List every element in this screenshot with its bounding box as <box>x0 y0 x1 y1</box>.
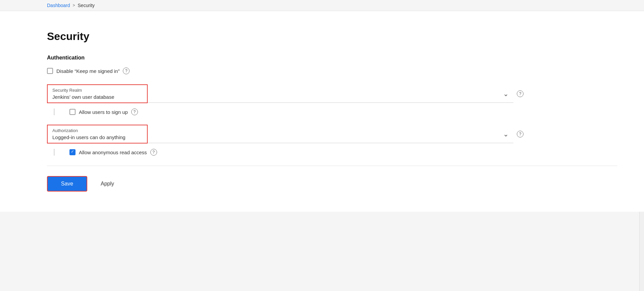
authorization-highlight-box: Authorization Logged-in users can do any… <box>47 125 148 143</box>
section-divider <box>47 166 617 166</box>
breadcrumb-separator: > <box>73 3 75 8</box>
security-realm-highlight-box: Security Realm Jenkins’ own user databas… <box>47 84 148 103</box>
authorization-help-icon[interactable]: ? <box>517 131 524 137</box>
authorization-chevron-icon: ⌄ <box>503 130 509 138</box>
security-realm-label-text: Security Realm <box>52 88 142 93</box>
authorization-value-text: Logged-in users can do anything <box>52 134 142 140</box>
save-button[interactable]: Save <box>47 176 87 192</box>
breadcrumb: Dashboard > Security <box>0 0 644 11</box>
security-realm-help-icon[interactable]: ? <box>517 90 524 97</box>
authorization-dropdown[interactable]: ⌄ <box>148 125 513 143</box>
page-title: Security <box>47 30 617 43</box>
allow-signup-label: Allow users to sign up <box>79 109 128 115</box>
security-realm-value-text: Jenkins’ own user database <box>52 94 142 100</box>
security-realm-chevron-icon: ⌄ <box>503 90 509 98</box>
allow-anonymous-label: Allow anonymous read access <box>79 150 147 155</box>
main-content: Security Authentication Disable “Keep me… <box>0 0 644 212</box>
allow-anonymous-help-icon[interactable]: ? <box>150 149 157 156</box>
breadcrumb-current: Security <box>78 3 95 8</box>
allow-anonymous-checkbox[interactable] <box>69 149 76 155</box>
allow-signup-row: Allow users to sign up ? <box>54 109 617 115</box>
authorization-label-text: Authorization <box>52 128 142 133</box>
allow-signup-help-icon[interactable]: ? <box>131 109 138 115</box>
breadcrumb-dashboard-link[interactable]: Dashboard <box>47 3 70 8</box>
button-row: Save Apply <box>47 176 617 192</box>
allow-signup-checkbox[interactable] <box>69 109 76 115</box>
security-realm-dropdown[interactable]: ⌄ <box>148 85 513 103</box>
security-realm-section: Security Realm Jenkins’ own user databas… <box>47 84 617 103</box>
apply-button[interactable]: Apply <box>94 177 121 191</box>
security-realm-help: ? <box>517 90 524 97</box>
disable-keep-signed-in-label: Disable “Keep me signed in” <box>56 68 119 74</box>
authentication-heading: Authentication <box>47 55 617 61</box>
authorization-help: ? <box>517 131 524 137</box>
authentication-section: Authentication Disable “Keep me signed i… <box>47 55 617 74</box>
disable-keep-signed-in-help-icon[interactable]: ? <box>123 68 130 74</box>
authorization-section: Authorization Logged-in users can do any… <box>47 125 617 143</box>
allow-anonymous-row: Allow anonymous read access ? <box>54 149 617 156</box>
disable-keep-signed-in-checkbox[interactable] <box>47 68 53 74</box>
disable-keep-signed-in-row: Disable “Keep me signed in” ? <box>47 68 617 74</box>
